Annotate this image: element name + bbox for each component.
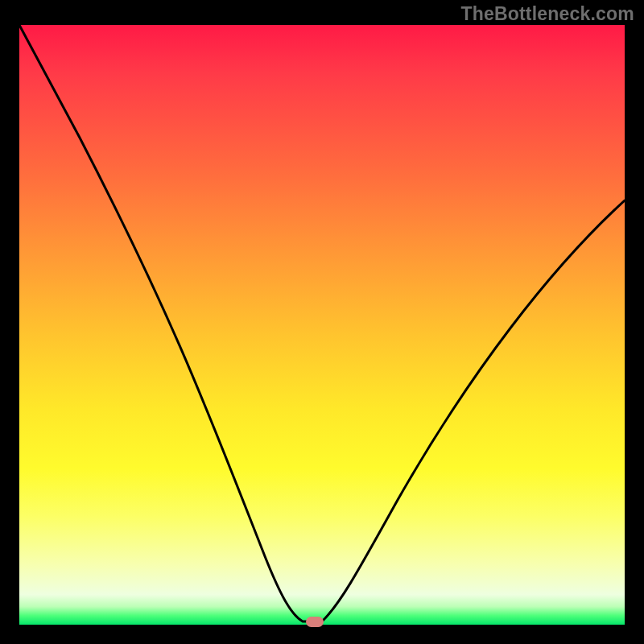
chart-frame bbox=[19, 25, 625, 625]
watermark-text: TheBottleneck.com bbox=[460, 3, 634, 25]
optimal-point-marker bbox=[306, 617, 324, 627]
bottleneck-curve bbox=[19, 25, 625, 621]
chart-curve-svg bbox=[19, 25, 625, 625]
